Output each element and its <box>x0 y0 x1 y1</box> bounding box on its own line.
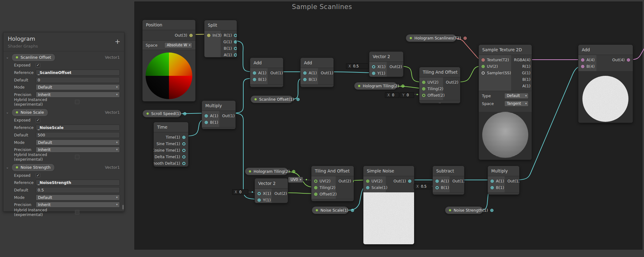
pill-output-port[interactable] <box>183 112 186 115</box>
pill-output-port[interactable] <box>401 85 404 88</box>
collapse-chevron-icon[interactable]: ⌄ <box>301 84 334 87</box>
input-port-a[interactable] <box>436 180 439 183</box>
pill-hologram-tiling-bottom[interactable]: Hologram Tiling(2) <box>245 168 288 175</box>
mode-dropdown[interactable]: Default▾ <box>36 195 120 200</box>
output-port-r[interactable] <box>234 34 237 37</box>
collapse-chevron-icon[interactable]: ⌄ <box>202 127 236 129</box>
precision-dropdown[interactable]: Inherit▾ <box>36 202 120 208</box>
property-pill[interactable]: Noise Scale <box>12 108 48 117</box>
offset-y-field[interactable]: Y0 <box>400 92 414 98</box>
input-port-b[interactable] <box>436 186 439 189</box>
input-port-uv[interactable] <box>366 180 369 183</box>
input-port-y[interactable] <box>258 199 261 202</box>
node-sample-texture-2d[interactable]: Sample Texture 2D Texture(T2) UV(2) Samp… <box>478 44 532 160</box>
input-port-texture[interactable] <box>482 58 485 62</box>
input-port-b[interactable] <box>491 186 494 189</box>
input-port-uv[interactable] <box>314 180 317 183</box>
collapse-chevron-icon[interactable]: ⌄ <box>433 192 464 195</box>
input-port-tiling[interactable] <box>314 186 317 189</box>
input-port-tiling[interactable] <box>422 87 425 90</box>
vector2-top-x-field[interactable]: X0.5 <box>346 63 368 69</box>
reference-input[interactable]: _NoiseStrength <box>36 180 120 186</box>
node-position[interactable]: Position Out(3) Space Absolute W▾ <box>142 20 196 102</box>
subtract-b-field[interactable]: X0.5 <box>414 184 431 189</box>
precision-dropdown[interactable]: Inherit▾ <box>36 92 120 98</box>
input-port-b[interactable] <box>205 121 208 124</box>
input-port-in3[interactable] <box>207 34 210 37</box>
collapse-chevron-icon[interactable]: ⌄ <box>419 100 460 103</box>
input-port-uv[interactable] <box>482 65 485 68</box>
collapse-chevron-icon[interactable]: ⌄ <box>311 199 354 201</box>
pill-noise-scale[interactable]: Noise Scale(1) <box>312 206 348 214</box>
node-tiling-offset-top[interactable]: Tiling And Offset UV(2) Tiling(2) Offset… <box>419 67 460 103</box>
output-port-out3[interactable] <box>189 34 193 37</box>
mode-dropdown[interactable]: Default▾ <box>36 140 120 145</box>
input-port-a[interactable] <box>581 58 584 62</box>
input-port-sampler[interactable] <box>482 71 485 75</box>
mode-dropdown[interactable]: Default▾ <box>36 84 120 90</box>
pill-output-port[interactable] <box>296 98 300 101</box>
pill-scroll-speed[interactable]: Scroll Speed(1) <box>142 110 181 117</box>
input-port-offset[interactable] <box>314 193 317 196</box>
pill-hologram-scanlines[interactable]: Hologram Scanlines(T2) <box>406 34 456 42</box>
collapse-chevron-icon[interactable]: ⌄ <box>250 84 283 87</box>
node-vector2-bottom[interactable]: Vector 2 X(1) Y(1) Out(2) <box>254 178 288 203</box>
pill-output-port[interactable] <box>464 37 467 40</box>
node-add-1[interactable]: Add A(1) B(1) Out(1) ⌄ <box>250 57 283 87</box>
property-pill[interactable]: Noise Strength <box>12 163 55 172</box>
node-add-right[interactable]: Add A(4) B(4) Out(4) <box>578 44 633 123</box>
hybrid-checkbox[interactable] <box>75 155 79 159</box>
output-port-out[interactable] <box>627 58 630 62</box>
space-dropdown[interactable]: Absolute W▾ <box>164 42 192 48</box>
input-port-offset[interactable] <box>422 94 425 97</box>
input-port-x[interactable] <box>372 65 375 68</box>
pill-output-port[interactable] <box>351 209 354 212</box>
input-port-b[interactable] <box>253 78 256 81</box>
precision-dropdown[interactable]: Inherit▾ <box>36 147 120 153</box>
input-port-scale[interactable] <box>366 186 369 189</box>
input-port-y[interactable] <box>372 72 375 75</box>
foldout-chevron-icon[interactable]: ⌄ <box>6 165 10 169</box>
blackboard-scrollbar-thumb[interactable] <box>122 205 124 209</box>
collapse-chevron-icon[interactable]: ⌄ <box>488 192 519 195</box>
output-port-sine-time[interactable] <box>182 142 185 145</box>
node-multiply-bottom[interactable]: Multiply A(1) B(1) Out(1) ⌄ <box>488 166 520 195</box>
node-tiling-offset-bottom[interactable]: Tiling And Offset UV(2) Tiling(2) Offset… <box>311 166 354 201</box>
hybrid-checkbox[interactable] <box>75 210 79 214</box>
input-port-b[interactable] <box>581 65 584 68</box>
output-port-smooth-delta[interactable] <box>182 162 185 165</box>
input-port-a[interactable] <box>253 71 256 75</box>
pill-output-port[interactable] <box>292 170 295 173</box>
output-port-time[interactable] <box>182 136 185 139</box>
input-port-a[interactable] <box>303 71 306 75</box>
pill-scanline-offset[interactable]: Scanline Offset(1) <box>250 95 293 103</box>
input-port-a[interactable] <box>491 180 494 183</box>
offset-x-field[interactable]: X0 <box>385 92 399 98</box>
uv-channel-dropdown[interactable]: UV0▾ <box>288 177 303 183</box>
node-subtract[interactable]: Subtract A(1) B(1) Out(1) ⌄ <box>432 166 464 195</box>
node-add-2[interactable]: Add A(1) B(1) Out(1) ⌄ <box>300 57 334 87</box>
space-dropdown[interactable]: Tangent▾ <box>504 101 529 107</box>
input-port-a[interactable] <box>205 114 208 117</box>
type-dropdown[interactable]: Default▾ <box>504 93 529 99</box>
exposed-checkbox[interactable]: ✓ <box>36 63 40 67</box>
input-port-uv[interactable] <box>422 81 425 84</box>
node-split[interactable]: Split In(3) R(1) G(1) B(1) A(1) <box>204 20 237 57</box>
input-port-x[interactable] <box>258 192 261 195</box>
exposed-checkbox[interactable]: ✓ <box>36 118 40 122</box>
foldout-chevron-icon[interactable]: ⌄ <box>6 55 10 59</box>
node-time[interactable]: Time Time(1) Sine Time(1) Cosine Time(1)… <box>153 122 189 167</box>
pill-hologram-tiling-top[interactable]: Hologram Tiling(2) <box>354 82 397 90</box>
default-input[interactable]: 0 <box>36 77 120 83</box>
property-pill[interactable]: Scanline Offset <box>12 53 55 62</box>
output-port-b[interactable] <box>234 47 237 50</box>
node-vector2-top[interactable]: Vector 2 X(1) Y(1) Out(2) <box>369 51 404 77</box>
input-port-b[interactable] <box>303 78 306 81</box>
output-port-g[interactable] <box>234 40 237 44</box>
output-port-cosine-time[interactable] <box>182 149 185 152</box>
node-simple-noise[interactable]: Simple Noise UV(2) Scale(1) Out(1) <box>363 166 414 245</box>
output-port-out[interactable] <box>408 180 411 183</box>
output-port-delta-time[interactable] <box>182 155 185 158</box>
exposed-checkbox[interactable]: ✓ <box>36 173 40 177</box>
add-property-button[interactable]: + <box>115 39 120 44</box>
